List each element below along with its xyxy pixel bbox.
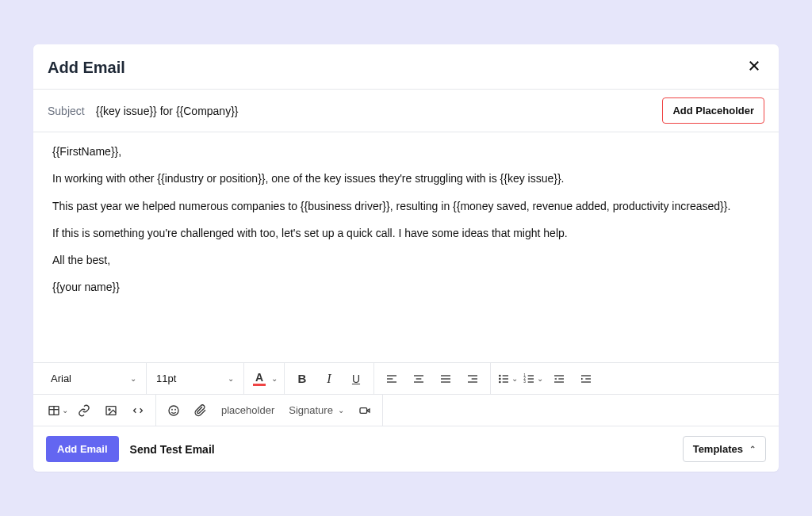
send-test-email-button[interactable]: Send Test Email	[130, 443, 215, 456]
svg-point-14	[500, 375, 500, 376]
svg-point-38	[172, 409, 173, 410]
bullet-list-button[interactable]: ⌄	[496, 366, 519, 392]
attachment-button[interactable]	[188, 398, 213, 423]
body-paragraph: {{your name}}	[52, 279, 760, 295]
table-button[interactable]: ⌄	[46, 398, 70, 423]
modal-footer: Add Email Send Test Email Templates ⌃	[33, 426, 779, 472]
text-color-icon: A	[251, 372, 268, 386]
svg-text:3: 3	[523, 380, 526, 384]
toolbar-spacer	[383, 395, 771, 426]
subject-input[interactable]: {{key issue}} for {{Company}}	[96, 105, 652, 117]
italic-button[interactable]: I	[316, 366, 342, 392]
attach-group: placeholder Signature ⌄	[156, 395, 383, 426]
image-button[interactable]	[98, 398, 124, 423]
svg-point-39	[175, 409, 176, 410]
toolbar-row-1: Arial ⌄ 11pt ⌄ A ⌄ B	[33, 363, 779, 395]
emoji-button[interactable]	[161, 398, 186, 423]
size-group: 11pt ⌄	[147, 363, 244, 394]
body-paragraph: {{FirstName}},	[52, 143, 760, 159]
list-group: ⌄ 123 ⌄	[491, 363, 603, 394]
templates-label: Templates	[693, 443, 743, 455]
bold-button[interactable]: B	[289, 366, 315, 392]
close-icon	[747, 59, 761, 73]
templates-button[interactable]: Templates ⌃	[683, 436, 766, 462]
email-body-editor[interactable]: {{FirstName}}, In working with other {{i…	[33, 132, 779, 362]
chevron-down-icon: ⌄	[511, 374, 518, 383]
add-placeholder-button[interactable]: Add Placeholder	[662, 97, 764, 124]
text-style-group: B I U	[285, 363, 374, 394]
video-button[interactable]	[352, 398, 377, 423]
underline-button[interactable]: U	[343, 366, 369, 392]
chevron-down-icon: ⌄	[228, 374, 234, 383]
numbered-list-button[interactable]: 123 ⌄	[521, 366, 545, 392]
add-email-button[interactable]: Add Email	[46, 436, 119, 462]
close-button[interactable]	[744, 57, 764, 78]
font-group: Arial ⌄	[41, 363, 147, 394]
align-right-button[interactable]	[460, 366, 485, 392]
svg-point-16	[500, 378, 500, 379]
link-button[interactable]	[71, 398, 97, 423]
subject-label: Subject	[48, 105, 85, 117]
outdent-button[interactable]	[546, 366, 572, 392]
text-color-button[interactable]: A ⌄	[249, 366, 279, 392]
text-color-group: A ⌄	[244, 363, 285, 394]
subject-row: Subject {{key issue}} for {{Company}} Ad…	[33, 90, 779, 132]
signature-label: Signature	[289, 404, 333, 416]
body-paragraph: This past year we helped numerous compan…	[52, 198, 760, 214]
editor-toolbar: Arial ⌄ 11pt ⌄ A ⌄ B	[33, 362, 779, 426]
chevron-down-icon: ⌄	[130, 374, 136, 383]
signature-button[interactable]: Signature ⌄	[282, 404, 350, 416]
font-size-value: 11pt	[156, 373, 176, 384]
chevron-down-icon: ⌄	[62, 406, 68, 415]
indent-button[interactable]	[573, 366, 599, 392]
add-email-modal: Add Email Subject {{key issue}} for {{Co…	[33, 44, 779, 472]
chevron-down-icon: ⌄	[537, 374, 543, 383]
svg-point-37	[169, 406, 178, 415]
body-paragraph: If this is something you're challenged w…	[52, 225, 760, 241]
align-group	[374, 363, 491, 394]
insert-group: ⌄	[41, 395, 156, 426]
align-left-button[interactable]	[379, 366, 404, 392]
chevron-down-icon: ⌄	[271, 374, 278, 383]
body-paragraph: All the best,	[52, 252, 760, 268]
svg-rect-40	[360, 407, 367, 413]
code-button[interactable]	[125, 398, 151, 423]
align-justify-button[interactable]	[433, 366, 458, 392]
modal-title: Add Email	[48, 59, 125, 77]
align-center-button[interactable]	[406, 366, 431, 392]
chevron-up-icon: ⌃	[749, 445, 756, 453]
font-family-value: Arial	[51, 373, 71, 384]
svg-point-18	[500, 381, 500, 382]
chevron-down-icon: ⌄	[338, 406, 344, 415]
svg-point-36	[109, 408, 110, 410]
modal-header: Add Email	[33, 44, 779, 90]
font-size-select[interactable]: 11pt ⌄	[151, 373, 239, 384]
toolbar-row-2: ⌄ placeholder	[33, 395, 779, 426]
font-family-select[interactable]: Arial ⌄	[46, 373, 141, 384]
placeholder-button[interactable]: placeholder	[215, 404, 281, 416]
body-paragraph: In working with other {{industry or posi…	[52, 170, 760, 186]
